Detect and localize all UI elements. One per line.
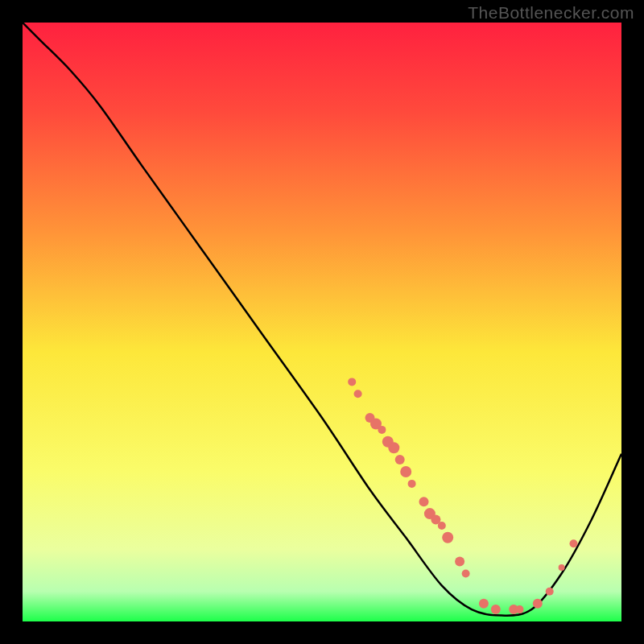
bottleneck-curve-chart xyxy=(23,23,621,621)
data-point xyxy=(491,605,501,614)
data-point xyxy=(388,442,399,453)
data-point xyxy=(462,570,470,578)
data-point xyxy=(408,480,416,488)
data-point xyxy=(570,539,578,547)
data-point xyxy=(419,497,429,506)
data-point xyxy=(438,522,446,530)
data-point xyxy=(378,426,386,434)
gradient-background xyxy=(23,23,621,621)
data-point xyxy=(455,557,464,567)
data-point xyxy=(348,378,356,386)
data-point xyxy=(395,455,405,464)
data-point xyxy=(533,599,543,609)
data-point xyxy=(400,466,411,477)
chart-frame: TheBottlenecker.com xyxy=(0,0,644,644)
data-point xyxy=(479,599,489,609)
data-point xyxy=(559,564,565,571)
data-point xyxy=(516,605,524,613)
data-point xyxy=(546,588,554,596)
data-point xyxy=(354,390,362,398)
data-point xyxy=(442,532,453,543)
watermark-text: TheBottlenecker.com xyxy=(468,3,634,23)
